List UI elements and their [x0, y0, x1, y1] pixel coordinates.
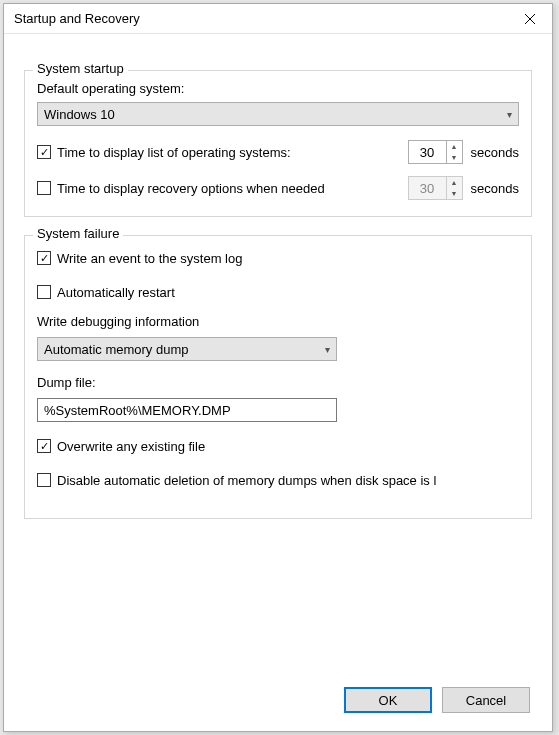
spinner-down-icon: ▼ — [447, 188, 462, 199]
spinner-buttons: ▲ ▼ — [446, 141, 462, 163]
display-list-checkbox[interactable] — [37, 145, 51, 159]
close-button[interactable] — [507, 4, 552, 34]
display-recovery-spinner: 30 ▲ ▼ — [408, 176, 463, 200]
overwrite-checkbox[interactable] — [37, 439, 51, 453]
system-failure-group: System failure Write an event to the sys… — [24, 235, 532, 519]
startup-recovery-dialog: Startup and Recovery System startup Defa… — [3, 3, 553, 732]
spinner-down-icon[interactable]: ▼ — [447, 152, 462, 163]
default-os-select[interactable]: Windows 10 ▾ — [37, 102, 519, 126]
dialog-title: Startup and Recovery — [14, 11, 140, 26]
system-failure-label: System failure — [33, 226, 123, 241]
overwrite-row: Overwrite any existing file — [37, 434, 519, 458]
display-recovery-checkbox[interactable] — [37, 181, 51, 195]
display-list-spinner[interactable]: 30 ▲ ▼ — [408, 140, 463, 164]
overwrite-label: Overwrite any existing file — [57, 439, 205, 454]
display-recovery-value: 30 — [409, 177, 446, 199]
titlebar: Startup and Recovery — [4, 4, 552, 34]
debug-type-value: Automatic memory dump — [44, 342, 189, 357]
display-list-row: Time to display list of operating system… — [37, 140, 519, 164]
dump-file-value: %SystemRoot%\MEMORY.DMP — [44, 403, 231, 418]
auto-restart-checkbox[interactable] — [37, 285, 51, 299]
debug-type-select[interactable]: Automatic memory dump ▾ — [37, 337, 337, 361]
dialog-content: System startup Default operating system:… — [4, 34, 552, 519]
seconds-unit: seconds — [471, 181, 519, 196]
default-os-value: Windows 10 — [44, 107, 115, 122]
ok-label: OK — [379, 693, 398, 708]
disable-delete-row: Disable automatic deletion of memory dum… — [37, 468, 519, 492]
auto-restart-label: Automatically restart — [57, 285, 175, 300]
debug-info-label: Write debugging information — [37, 314, 519, 329]
ok-button[interactable]: OK — [344, 687, 432, 713]
spinner-buttons: ▲ ▼ — [446, 177, 462, 199]
display-recovery-label: Time to display recovery options when ne… — [57, 181, 400, 196]
dump-file-input[interactable]: %SystemRoot%\MEMORY.DMP — [37, 398, 337, 422]
spinner-up-icon[interactable]: ▲ — [447, 141, 462, 152]
system-startup-group: System startup Default operating system:… — [24, 70, 532, 217]
write-event-checkbox[interactable] — [37, 251, 51, 265]
chevron-down-icon: ▾ — [325, 344, 330, 355]
cancel-label: Cancel — [466, 693, 506, 708]
display-list-label: Time to display list of operating system… — [57, 145, 400, 160]
disable-delete-label: Disable automatic deletion of memory dum… — [57, 473, 436, 488]
system-startup-label: System startup — [33, 61, 128, 76]
chevron-down-icon: ▾ — [507, 109, 512, 120]
dump-file-label: Dump file: — [37, 375, 519, 390]
write-event-label: Write an event to the system log — [57, 251, 242, 266]
display-list-value: 30 — [409, 141, 446, 163]
cancel-button[interactable]: Cancel — [442, 687, 530, 713]
disable-delete-checkbox[interactable] — [37, 473, 51, 487]
display-recovery-row: Time to display recovery options when ne… — [37, 176, 519, 200]
auto-restart-row: Automatically restart — [37, 280, 519, 304]
default-os-label: Default operating system: — [37, 81, 519, 96]
close-icon — [525, 14, 535, 24]
seconds-unit: seconds — [471, 145, 519, 160]
write-event-row: Write an event to the system log — [37, 246, 519, 270]
spinner-up-icon: ▲ — [447, 177, 462, 188]
dialog-buttons: OK Cancel — [344, 687, 530, 713]
